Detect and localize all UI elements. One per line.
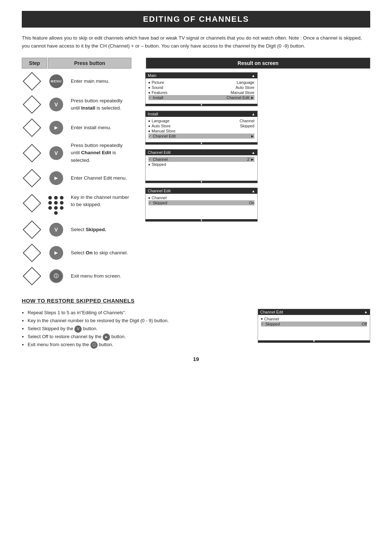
restore-screen-container: Channel Edit ▲ ■Channel ✓Skipped Off ▼ bbox=[258, 309, 370, 349]
step-text-5: Enter Channel Edit menu. bbox=[71, 175, 131, 182]
step-diamond-4 bbox=[22, 147, 42, 160]
header-press: Press button bbox=[48, 58, 131, 69]
screen-title-2: Install bbox=[148, 112, 158, 116]
diamond-icon-1 bbox=[23, 72, 41, 91]
screen-arrow-up-2: ▲ bbox=[252, 112, 255, 116]
step-button-8: ► bbox=[42, 246, 71, 260]
list-item-3: Select Skipped by the V button. bbox=[28, 325, 247, 333]
restore-content: Repeat Steps 1 to 5 as in"Editing of Cha… bbox=[22, 309, 370, 349]
step-diamond-9 bbox=[22, 270, 42, 283]
screen-panel-2: Install ▲ ■Language Channel ■Auto Store … bbox=[145, 111, 258, 145]
screen-arrow-up-1: ▲ bbox=[252, 74, 255, 78]
step-text-2: Press button repeatedly until Install is… bbox=[71, 97, 131, 112]
intro-text: This feature allows you to skip or edit … bbox=[22, 34, 370, 50]
screen-footer-3: ▼ bbox=[146, 181, 257, 183]
inline-right-button[interactable]: ► bbox=[103, 333, 110, 341]
step-text-7: Select Skipped. bbox=[71, 226, 131, 233]
screen-row-1-4: ✓Install Channel Edit ► bbox=[148, 95, 254, 100]
step-diamond-1 bbox=[22, 75, 42, 88]
screens-column: Main ▲ ■Picture Language ■Sound Auto Sto… bbox=[134, 72, 370, 290]
right-button-1[interactable]: ► bbox=[49, 121, 63, 135]
screen-header-restore: Channel Edit ▲ bbox=[258, 309, 370, 315]
screen-footer-2: ▼ bbox=[146, 142, 257, 144]
restore-list: Repeat Steps 1 to 5 as in"Editing of Cha… bbox=[22, 309, 247, 349]
screen-arrow-up-restore: ▲ bbox=[364, 310, 368, 314]
screen-header-2: Install ▲ bbox=[146, 111, 257, 117]
diamond-icon-3 bbox=[23, 119, 41, 137]
menu-button[interactable]: MENU bbox=[49, 74, 63, 88]
info-button[interactable]: ⓘ bbox=[49, 269, 63, 283]
screen-header-4: Channel Edit ▲ bbox=[146, 188, 257, 194]
restore-section: HOW TO RESTORE SKIPPED CHANNELS Repeat S… bbox=[22, 298, 370, 349]
step-diamond-2 bbox=[22, 98, 42, 111]
inline-info-button[interactable]: ⓘ bbox=[90, 341, 98, 349]
step-text-1: Enter main menu. bbox=[71, 78, 131, 85]
step-row-9: ⓘ Exit menu from screen. bbox=[22, 267, 131, 285]
screen-row-3-2: ■Skipped bbox=[148, 162, 254, 167]
screen-footer-4: ▼ bbox=[146, 219, 257, 221]
screen-row-4-1: ■Channel bbox=[148, 195, 254, 200]
step-row-4: V Press button repeatedly until Channel … bbox=[22, 142, 131, 164]
step-button-7: V bbox=[42, 223, 71, 237]
step-row-7: V Select Skipped. bbox=[22, 221, 131, 239]
steps-column: MENU Enter main menu. V Press button rep… bbox=[22, 72, 134, 290]
screen-body-2: ■Language Channel ■Auto Store Skipped ■M… bbox=[146, 117, 257, 142]
screen-body-4: ■Channel ✓Skipped On bbox=[146, 194, 257, 219]
step-row-8: ► Select On to skip channel. bbox=[22, 244, 131, 262]
step-row-6: Key in the channel number to be skipped. bbox=[22, 192, 131, 216]
screen-title-4: Channel Edit bbox=[148, 189, 171, 193]
screen-arrow-up-4: ▲ bbox=[252, 189, 255, 193]
v-button-3[interactable]: V bbox=[49, 223, 63, 237]
screen-row-2-3: ■Manual Store bbox=[148, 128, 254, 134]
right-button-2[interactable]: ► bbox=[49, 171, 63, 185]
screen-row-1-2: ■Sound Auto Store bbox=[148, 85, 254, 90]
diamond-icon-8 bbox=[23, 243, 41, 262]
screen-row-1-3: ■Features Manual Store bbox=[148, 90, 254, 95]
step-button-1: MENU bbox=[42, 74, 71, 88]
screen-title-restore: Channel Edit bbox=[260, 310, 283, 314]
header-step: Step bbox=[22, 58, 47, 69]
step-text-8: Select On to skip channel. bbox=[71, 249, 131, 257]
screen-header-1: Main ▲ bbox=[146, 73, 257, 78]
step-diamond-6 bbox=[22, 197, 42, 210]
step-text-9: Exit menu from screen. bbox=[71, 272, 131, 280]
screen-panel-restore: Channel Edit ▲ ■Channel ✓Skipped Off ▼ bbox=[258, 309, 370, 343]
screen-body-3: ✓Channel 2 ► ■Skipped bbox=[146, 155, 257, 181]
list-item-4: Select Off to restore channel by the ► b… bbox=[28, 333, 247, 341]
v-button-1[interactable]: V bbox=[49, 98, 63, 111]
step-diamond-3 bbox=[22, 121, 42, 134]
screen-panel-1: Main ▲ ■Picture Language ■Sound Auto Sto… bbox=[145, 72, 258, 106]
step-button-3: ► bbox=[42, 121, 71, 135]
step-diamond-5 bbox=[22, 172, 42, 185]
diamond-icon-5 bbox=[23, 169, 41, 187]
inline-v-button[interactable]: V bbox=[74, 325, 82, 333]
v-button-2[interactable]: V bbox=[49, 146, 63, 160]
step-button-9: ⓘ bbox=[42, 269, 71, 283]
screen-row-2-4: ✓Channel Edit ► bbox=[148, 134, 254, 139]
step-row-2: V Press button repeatedly until Install … bbox=[22, 95, 131, 114]
diamond-icon-2 bbox=[23, 95, 41, 114]
list-item-5: Exit menu from screen by the ⓘ button. bbox=[28, 341, 247, 349]
screen-row-2-1: ■Language Channel bbox=[148, 118, 254, 123]
screen-row-r-2: ✓Skipped Off bbox=[261, 321, 367, 327]
right-button-3[interactable]: ► bbox=[49, 246, 63, 260]
screen-panel-4: Channel Edit ▲ ■Channel ✓Skipped On ▼ bbox=[145, 188, 258, 222]
diamond-icon-6 bbox=[23, 194, 41, 212]
list-item-2: Key in the channel number to be restored… bbox=[28, 317, 247, 325]
screen-title-1: Main bbox=[148, 73, 156, 78]
step-row-3: ► Enter install menu. bbox=[22, 119, 131, 137]
screen-arrow-up-3: ▲ bbox=[252, 151, 255, 155]
screen-row-r-1: ■Channel bbox=[261, 316, 367, 321]
screen-row-1-1: ■Picture Language bbox=[148, 80, 254, 85]
screen-row-4-2: ✓Skipped On bbox=[148, 200, 254, 205]
step-button-4: V bbox=[42, 146, 71, 160]
step-row-1: MENU Enter main menu. bbox=[22, 72, 131, 90]
table-header: Step Press button Result on screen bbox=[22, 58, 370, 69]
diamond-icon-7 bbox=[23, 220, 41, 239]
content-area: MENU Enter main menu. V Press button rep… bbox=[22, 72, 370, 290]
screen-body-restore: ■Channel ✓Skipped Off bbox=[258, 315, 370, 340]
restore-title: HOW TO RESTORE SKIPPED CHANNELS bbox=[22, 298, 370, 304]
numpad-icon[interactable] bbox=[48, 195, 65, 216]
list-item-1: Repeat Steps 1 to 5 as in"Editing of Cha… bbox=[28, 309, 247, 317]
step-diamond-8 bbox=[22, 246, 42, 259]
